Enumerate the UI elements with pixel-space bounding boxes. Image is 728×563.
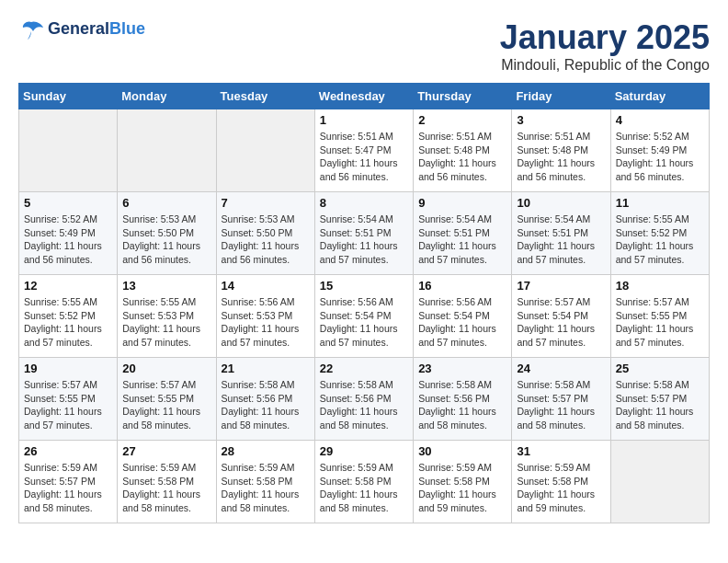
calendar-table: SundayMondayTuesdayWednesdayThursdayFrid…	[18, 83, 710, 523]
calendar-cell	[216, 109, 314, 192]
calendar-cell	[118, 109, 216, 192]
day-info: Sunrise: 5:52 AM Sunset: 5:49 PM Dayligh…	[24, 213, 112, 267]
day-info: Sunrise: 5:55 AM Sunset: 5:53 PM Dayligh…	[122, 295, 210, 350]
day-info: Sunrise: 5:54 AM Sunset: 5:51 PM Dayligh…	[517, 213, 605, 267]
day-number: 10	[517, 196, 605, 210]
calendar-cell: 9Sunrise: 5:54 AM Sunset: 5:51 PM Daylig…	[414, 192, 512, 275]
day-info: Sunrise: 5:59 AM Sunset: 5:58 PM Dayligh…	[320, 461, 408, 515]
day-number: 2	[418, 113, 506, 127]
day-number: 23	[418, 362, 506, 375]
day-number: 5	[24, 196, 112, 210]
day-info: Sunrise: 5:59 AM Sunset: 5:58 PM Dayligh…	[517, 461, 605, 515]
day-number: 8	[320, 196, 408, 210]
logo-icon	[18, 18, 44, 40]
day-info: Sunrise: 5:57 AM Sunset: 5:55 PM Dayligh…	[122, 378, 210, 432]
day-number: 24	[517, 362, 605, 375]
day-number: 12	[24, 279, 112, 293]
day-info: Sunrise: 5:57 AM Sunset: 5:55 PM Dayligh…	[616, 295, 704, 350]
calendar-cell: 18Sunrise: 5:57 AM Sunset: 5:55 PM Dayli…	[610, 275, 709, 358]
day-info: Sunrise: 5:52 AM Sunset: 5:49 PM Dayligh…	[616, 130, 704, 184]
day-number: 3	[517, 113, 605, 127]
day-info: Sunrise: 5:55 AM Sunset: 5:52 PM Dayligh…	[616, 213, 704, 267]
calendar-cell: 23Sunrise: 5:58 AM Sunset: 5:56 PM Dayli…	[414, 358, 512, 441]
calendar-cell: 7Sunrise: 5:53 AM Sunset: 5:50 PM Daylig…	[216, 192, 314, 275]
day-info: Sunrise: 5:53 AM Sunset: 5:50 PM Dayligh…	[222, 213, 310, 267]
day-info: Sunrise: 5:56 AM Sunset: 5:53 PM Dayligh…	[222, 295, 310, 350]
day-number: 17	[517, 279, 605, 293]
day-number: 15	[320, 279, 408, 293]
col-header-tuesday: Tuesday	[216, 84, 314, 109]
day-info: Sunrise: 5:59 AM Sunset: 5:58 PM Dayligh…	[122, 461, 210, 515]
calendar-cell: 14Sunrise: 5:56 AM Sunset: 5:53 PM Dayli…	[216, 275, 314, 358]
calendar-cell: 2Sunrise: 5:51 AM Sunset: 5:48 PM Daylig…	[414, 109, 512, 192]
day-number: 22	[320, 362, 408, 375]
calendar-cell: 29Sunrise: 5:59 AM Sunset: 5:58 PM Dayli…	[314, 441, 413, 523]
day-info: Sunrise: 5:54 AM Sunset: 5:51 PM Dayligh…	[320, 213, 408, 267]
day-number: 26	[24, 444, 112, 458]
day-number: 18	[616, 279, 704, 293]
calendar-cell: 8Sunrise: 5:54 AM Sunset: 5:51 PM Daylig…	[314, 192, 413, 275]
day-info: Sunrise: 5:59 AM Sunset: 5:58 PM Dayligh…	[222, 461, 310, 515]
logo-text: GeneralBlue	[48, 20, 145, 39]
day-number: 19	[24, 362, 112, 375]
calendar-cell: 26Sunrise: 5:59 AM Sunset: 5:57 PM Dayli…	[19, 441, 118, 523]
calendar-cell: 3Sunrise: 5:51 AM Sunset: 5:48 PM Daylig…	[512, 109, 610, 192]
title-section: January 2025 Mindouli, Republic of the C…	[500, 18, 710, 74]
col-header-sunday: Sunday	[19, 84, 118, 109]
day-info: Sunrise: 5:59 AM Sunset: 5:58 PM Dayligh…	[418, 461, 506, 515]
day-number: 28	[222, 444, 310, 458]
day-info: Sunrise: 5:57 AM Sunset: 5:55 PM Dayligh…	[24, 378, 112, 432]
day-info: Sunrise: 5:54 AM Sunset: 5:51 PM Dayligh…	[418, 213, 506, 267]
day-info: Sunrise: 5:56 AM Sunset: 5:54 PM Dayligh…	[418, 295, 506, 350]
calendar-cell: 13Sunrise: 5:55 AM Sunset: 5:53 PM Dayli…	[118, 275, 216, 358]
calendar-cell: 5Sunrise: 5:52 AM Sunset: 5:49 PM Daylig…	[19, 192, 118, 275]
calendar-cell: 11Sunrise: 5:55 AM Sunset: 5:52 PM Dayli…	[610, 192, 709, 275]
day-number: 4	[616, 113, 704, 127]
day-number: 16	[418, 279, 506, 293]
day-info: Sunrise: 5:58 AM Sunset: 5:56 PM Dayligh…	[222, 378, 310, 432]
calendar-cell: 25Sunrise: 5:58 AM Sunset: 5:57 PM Dayli…	[610, 358, 709, 441]
day-number: 30	[418, 444, 506, 458]
day-info: Sunrise: 5:55 AM Sunset: 5:52 PM Dayligh…	[24, 295, 112, 350]
calendar-cell	[19, 109, 118, 192]
calendar-cell: 4Sunrise: 5:52 AM Sunset: 5:49 PM Daylig…	[610, 109, 709, 192]
calendar-week-row: 19Sunrise: 5:57 AM Sunset: 5:55 PM Dayli…	[19, 358, 710, 441]
day-info: Sunrise: 5:58 AM Sunset: 5:57 PM Dayligh…	[517, 378, 605, 432]
col-header-friday: Friday	[512, 84, 610, 109]
calendar-cell: 6Sunrise: 5:53 AM Sunset: 5:50 PM Daylig…	[118, 192, 216, 275]
col-header-saturday: Saturday	[610, 84, 709, 109]
calendar-cell: 22Sunrise: 5:58 AM Sunset: 5:56 PM Dayli…	[314, 358, 413, 441]
calendar-cell: 20Sunrise: 5:57 AM Sunset: 5:55 PM Dayli…	[118, 358, 216, 441]
calendar-cell: 16Sunrise: 5:56 AM Sunset: 5:54 PM Dayli…	[414, 275, 512, 358]
calendar-header-row: SundayMondayTuesdayWednesdayThursdayFrid…	[19, 84, 710, 109]
day-info: Sunrise: 5:58 AM Sunset: 5:57 PM Dayligh…	[616, 378, 704, 432]
day-info: Sunrise: 5:51 AM Sunset: 5:48 PM Dayligh…	[517, 130, 605, 184]
calendar-cell: 1Sunrise: 5:51 AM Sunset: 5:47 PM Daylig…	[314, 109, 413, 192]
day-number: 1	[320, 113, 408, 127]
calendar-week-row: 1Sunrise: 5:51 AM Sunset: 5:47 PM Daylig…	[19, 109, 710, 192]
day-number: 21	[222, 362, 310, 375]
calendar-cell: 31Sunrise: 5:59 AM Sunset: 5:58 PM Dayli…	[512, 441, 610, 523]
col-header-thursday: Thursday	[414, 84, 512, 109]
day-info: Sunrise: 5:59 AM Sunset: 5:57 PM Dayligh…	[24, 461, 112, 515]
location-subtitle: Mindouli, Republic of the Congo	[500, 57, 710, 74]
day-number: 7	[222, 196, 310, 210]
calendar-cell: 19Sunrise: 5:57 AM Sunset: 5:55 PM Dayli…	[19, 358, 118, 441]
calendar-cell: 27Sunrise: 5:59 AM Sunset: 5:58 PM Dayli…	[118, 441, 216, 523]
day-info: Sunrise: 5:58 AM Sunset: 5:56 PM Dayligh…	[320, 378, 408, 432]
calendar-cell: 17Sunrise: 5:57 AM Sunset: 5:54 PM Dayli…	[512, 275, 610, 358]
col-header-wednesday: Wednesday	[314, 84, 413, 109]
calendar-week-row: 26Sunrise: 5:59 AM Sunset: 5:57 PM Dayli…	[19, 441, 710, 523]
calendar-cell: 24Sunrise: 5:58 AM Sunset: 5:57 PM Dayli…	[512, 358, 610, 441]
day-number: 25	[616, 362, 704, 375]
day-info: Sunrise: 5:56 AM Sunset: 5:54 PM Dayligh…	[320, 295, 408, 350]
calendar-cell	[610, 441, 709, 523]
day-number: 14	[222, 279, 310, 293]
day-number: 31	[517, 444, 605, 458]
page-header: GeneralBlue January 2025 Mindouli, Repub…	[18, 18, 710, 74]
logo: GeneralBlue	[18, 18, 145, 40]
day-info: Sunrise: 5:57 AM Sunset: 5:54 PM Dayligh…	[517, 295, 605, 350]
day-info: Sunrise: 5:51 AM Sunset: 5:48 PM Dayligh…	[418, 130, 506, 184]
calendar-cell: 10Sunrise: 5:54 AM Sunset: 5:51 PM Dayli…	[512, 192, 610, 275]
day-number: 27	[122, 444, 210, 458]
